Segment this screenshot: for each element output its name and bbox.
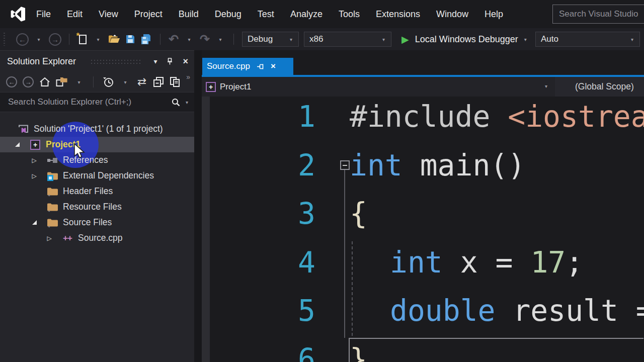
cpp-project-icon: +: [29, 139, 41, 150]
expander-icon[interactable]: ▷: [29, 172, 39, 179]
dropdown-icon[interactable]: ▾: [215, 32, 226, 47]
tree-row-solution-project1-1-of-1-project[interactable]: Solution 'Project1' (1 of 1 project): [0, 121, 194, 137]
switch-views-icon[interactable]: [56, 74, 68, 89]
token-plain: ;: [566, 245, 583, 280]
menu-item-file[interactable]: File: [28, 0, 59, 28]
tree-row-source-files[interactable]: Source Files: [0, 215, 194, 230]
solution-search-input[interactable]: [8, 97, 171, 107]
menu-item-window[interactable]: Window: [428, 0, 476, 28]
pending-changes-filter-icon[interactable]: [102, 74, 114, 89]
open-folder-icon[interactable]: [108, 32, 120, 47]
tree-row-project1[interactable]: +Project1: [0, 137, 194, 152]
forward-nav-icon[interactable]: →: [23, 74, 34, 89]
scope-guide-line: [344, 170, 345, 338]
project-dropdown-value: Project1: [220, 82, 251, 92]
menu-item-view[interactable]: View: [91, 0, 126, 28]
close-icon[interactable]: ×: [271, 61, 276, 71]
redo-icon[interactable]: ↷: [199, 32, 210, 47]
properties-pages-icon[interactable]: [170, 74, 181, 89]
toolbar-grip[interactable]: [4, 33, 5, 46]
solution-explorer-title-bar[interactable]: Solution Explorer ▾ ×: [0, 51, 194, 72]
code-line: 2int main(): [202, 141, 644, 190]
expander-icon[interactable]: ▷: [29, 157, 39, 164]
token-directive: #include: [350, 100, 508, 134]
menu-item-test[interactable]: Test: [250, 0, 282, 28]
save-icon[interactable]: [125, 32, 136, 47]
pin-icon[interactable]: [166, 57, 174, 65]
token-brace: {: [350, 197, 367, 231]
tree-item-label: Source Files: [63, 217, 112, 228]
solution-platform-value: x86: [309, 34, 376, 44]
dropdown-icon[interactable]: ▾: [184, 32, 195, 47]
dropdown-icon[interactable]: ▾: [93, 32, 104, 47]
menu-item-edit[interactable]: Edit: [59, 0, 91, 28]
tree-row-references[interactable]: ▷References: [0, 152, 194, 168]
sync-icon[interactable]: ⇄: [136, 74, 147, 89]
toolbar-overflow-icon[interactable]: »: [186, 73, 190, 81]
solution-platform-dropdown[interactable]: x86 ▾: [304, 32, 391, 47]
panel-menu-dropdown-icon[interactable]: ▾: [153, 58, 157, 65]
home-icon[interactable]: [39, 74, 50, 89]
menu-item-help[interactable]: Help: [476, 0, 511, 28]
play-icon: ▶: [401, 34, 409, 45]
dropdown-icon[interactable]: ▾: [33, 32, 44, 47]
chevron-down-icon: ▾: [630, 37, 634, 42]
code-collapse-toggle-icon[interactable]: [340, 160, 350, 170]
expander-icon[interactable]: [12, 141, 22, 148]
token-plain: result =: [513, 294, 644, 328]
tree-row-external-dependencies[interactable]: ▷External Dependencies: [0, 168, 194, 184]
new-file-icon[interactable]: *: [77, 32, 88, 47]
chevron-down-icon: ▾: [544, 83, 548, 89]
cpp-file-icon: ++: [61, 233, 73, 244]
menu-item-analyze[interactable]: Analyze: [282, 0, 331, 28]
divider-icon: [160, 34, 160, 45]
menu-item-tools[interactable]: Tools: [331, 0, 368, 28]
line-number: 6: [202, 342, 315, 362]
code-text: {: [315, 197, 367, 231]
line-number: 4: [202, 245, 315, 280]
search-icon[interactable]: [171, 98, 181, 107]
line-number: 3: [202, 197, 315, 231]
token-number: 17: [530, 245, 566, 280]
tab-source-cpp[interactable]: Source.cpp ×: [202, 58, 293, 75]
collapse-all-icon[interactable]: [153, 74, 164, 89]
panel-drag-grip[interactable]: [90, 59, 140, 64]
menu-item-extensions[interactable]: Extensions: [368, 0, 428, 28]
panel-title: Solution Explorer: [7, 56, 76, 67]
tree-item-label: Header Files: [63, 186, 113, 197]
forward-nav-icon[interactable]: →: [49, 32, 61, 47]
back-nav-icon[interactable]: ←: [16, 32, 29, 47]
solution-tree: Solution 'Project1' (1 of 1 project)+Pro…: [0, 121, 194, 246]
back-nav-icon[interactable]: ←: [6, 74, 17, 89]
menu-item-debug[interactable]: Debug: [207, 0, 250, 28]
pin-icon[interactable]: [257, 63, 265, 70]
visual-studio-logo-icon: [10, 6, 26, 22]
solution-configuration-dropdown[interactable]: Debug ▾: [242, 32, 299, 47]
auto-attach-dropdown[interactable]: Auto ▾: [535, 32, 640, 47]
save-all-icon[interactable]: [140, 32, 152, 47]
expander-icon[interactable]: [29, 219, 39, 226]
code-text: int x = 17;: [315, 245, 583, 280]
tree-row-header-files[interactable]: Header Files: [0, 184, 194, 199]
expander-icon[interactable]: ▷: [44, 235, 54, 242]
tree-row-resource-files[interactable]: Resource Files: [0, 199, 194, 215]
folder-icon: [46, 217, 58, 228]
search-options-dropdown-icon[interactable]: ▾: [185, 100, 189, 105]
menu-bar: FileEditViewProjectBuildDebugTestAnalyze…: [0, 0, 644, 28]
run-button-label: Local Windows Debugger: [415, 34, 518, 45]
menu-item-project[interactable]: Project: [126, 0, 171, 28]
code-lines: 1#include <iostream2int main()3{4int x =…: [202, 93, 644, 362]
code-surface[interactable]: 1#include <iostream2int main()3{4int x =…: [202, 97, 644, 362]
tree-row-source-cpp[interactable]: ▷++Source.cpp: [0, 230, 194, 246]
start-debugging-button[interactable]: ▶ Local Windows Debugger ▾: [401, 34, 528, 45]
code-editor-pane: Source.cpp × + Project1 ▾: [202, 50, 644, 362]
close-icon[interactable]: ×: [183, 57, 188, 66]
global-search-input[interactable]: [552, 5, 644, 24]
menu-item-build[interactable]: Build: [171, 0, 207, 28]
undo-icon[interactable]: ↶: [168, 32, 179, 47]
divider-icon: [93, 76, 94, 87]
dropdown-icon[interactable]: ▾: [120, 74, 131, 89]
solution-configuration-value: Debug: [248, 34, 284, 44]
tree-item-label: Source.cpp: [78, 233, 123, 243]
dropdown-icon[interactable]: ▾: [73, 74, 85, 89]
